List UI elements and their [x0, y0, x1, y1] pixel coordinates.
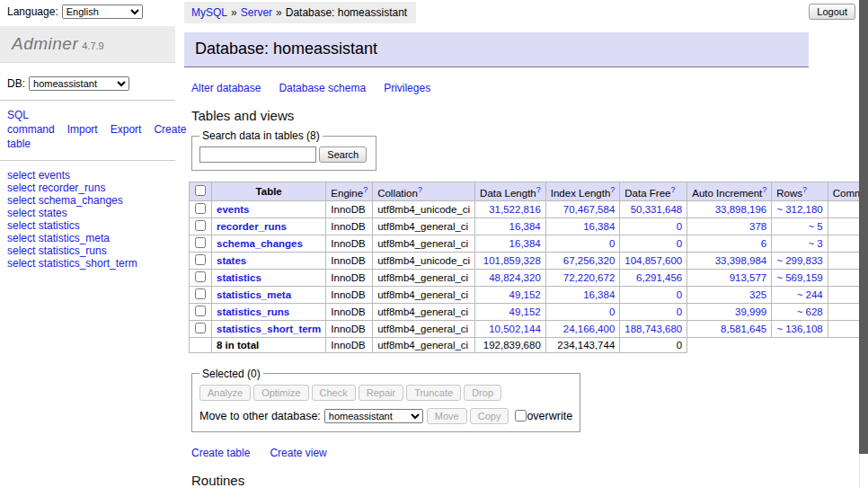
- help-icon[interactable]: ?: [670, 185, 675, 194]
- cell-data-length-link[interactable]: 31,522,816: [489, 204, 541, 215]
- cell-data-free-link[interactable]: 188,743,680: [624, 324, 682, 334]
- copy-button[interactable]: Copy: [470, 408, 509, 424]
- breadcrumb-mysql[interactable]: MySQL: [191, 6, 227, 19]
- optimize-button[interactable]: Optimize: [253, 385, 308, 401]
- sidebar-select-schema-changes[interactable]: select schema_changes: [7, 194, 123, 207]
- sidebar-select-events[interactable]: select events: [7, 169, 70, 182]
- check-button[interactable]: Check: [312, 385, 356, 401]
- cell-index-length-link[interactable]: 0: [609, 238, 615, 249]
- cell-data-free-link[interactable]: 0: [677, 221, 682, 232]
- table-link-statistics[interactable]: statistics: [217, 272, 261, 283]
- create-table-link[interactable]: Create table: [191, 447, 250, 459]
- logout-button[interactable]: Logout: [809, 4, 855, 20]
- sidebar-select-statistics-short-term[interactable]: select statistics_short_term: [7, 257, 137, 270]
- sidebar-select-statistics-runs[interactable]: select statistics_runs: [7, 244, 107, 257]
- cell-rows-link[interactable]: ~ 136,108: [776, 324, 822, 334]
- drop-button[interactable]: Drop: [464, 385, 501, 401]
- help-icon[interactable]: ?: [363, 185, 368, 194]
- cell-data-free-link[interactable]: 0: [677, 306, 682, 317]
- sidebar-action-export[interactable]: Export: [111, 123, 142, 136]
- search-input[interactable]: [199, 146, 316, 163]
- table-link-statistics-short-term[interactable]: statistics_short_term: [217, 324, 321, 334]
- cell-rows-link[interactable]: ~ 5: [808, 221, 822, 232]
- cell-data-length-link[interactable]: 48,824,320: [489, 272, 541, 283]
- cell-index-length-link[interactable]: 72,220,672: [563, 272, 616, 283]
- sidebar-action-import[interactable]: Import: [67, 123, 98, 136]
- row-checkbox-statistics[interactable]: [195, 271, 206, 282]
- cell-data-length-link[interactable]: 10,502,144: [489, 324, 541, 334]
- cell-data-length-link[interactable]: 49,152: [509, 289, 541, 300]
- help-icon[interactable]: ?: [610, 185, 615, 194]
- cell-data-free-link[interactable]: 50,331,648: [631, 204, 683, 215]
- cell-data-free-link[interactable]: 6,291,456: [636, 272, 682, 283]
- create-view-link[interactable]: Create view: [270, 447, 326, 459]
- cell-rows-link[interactable]: ~ 569,159: [776, 272, 822, 283]
- help-icon[interactable]: ?: [418, 185, 422, 194]
- analyze-button[interactable]: Analyze: [199, 385, 251, 401]
- cell-data-free-link[interactable]: 0: [677, 289, 682, 300]
- move-db-select[interactable]: homeassistant: [324, 409, 423, 423]
- cell-rows-link[interactable]: ~ 244: [797, 289, 823, 300]
- row-checkbox-recorder-runs[interactable]: [195, 220, 206, 231]
- help-icon[interactable]: ?: [802, 185, 807, 194]
- cell-data-free-link[interactable]: 0: [677, 238, 682, 249]
- db-select[interactable]: homeassistant: [29, 76, 129, 91]
- cell-rows-link[interactable]: ~ 628: [797, 306, 823, 317]
- overwrite-checkbox[interactable]: [515, 410, 527, 421]
- sidebar-select-statistics[interactable]: select statistics: [7, 219, 80, 232]
- move-button[interactable]: Move: [427, 408, 467, 424]
- cell-rows-link[interactable]: ~ 312,180: [776, 204, 822, 215]
- truncate-button[interactable]: Truncate: [406, 385, 461, 401]
- nav-link-database-schema[interactable]: Database schema: [279, 82, 366, 94]
- cell-auto-increment-link[interactable]: 33,398,984: [715, 255, 767, 266]
- cell-data-length-link[interactable]: 16,384: [509, 221, 541, 232]
- nav-link-alter-database[interactable]: Alter database: [191, 82, 261, 94]
- select-all-checkbox[interactable]: [195, 185, 206, 196]
- table-link-statistics-meta[interactable]: statistics_meta: [217, 289, 291, 300]
- row-checkbox-schema-changes[interactable]: [195, 237, 206, 248]
- cell-index-length-link[interactable]: 70,467,584: [563, 204, 616, 215]
- cell-index-length-link[interactable]: 0: [609, 306, 615, 317]
- cell-auto-increment-link[interactable]: 33,898,196: [715, 204, 767, 215]
- table-link-events[interactable]: events: [217, 204, 249, 215]
- cell-auto-increment-link[interactable]: 325: [749, 289, 766, 300]
- cell-rows-link[interactable]: ~ 3: [808, 238, 822, 249]
- cell-data-free-link[interactable]: 104,857,600: [624, 255, 682, 266]
- cell-auto-increment-link[interactable]: 913,577: [730, 272, 767, 283]
- cell-auto-increment-link[interactable]: 6: [761, 238, 766, 249]
- cell-index-length-link[interactable]: 16,384: [583, 221, 615, 232]
- cell-auto-increment-link[interactable]: 39,999: [735, 306, 766, 317]
- table-link-states[interactable]: states: [217, 255, 246, 266]
- cell-data-length-link[interactable]: 101,859,328: [483, 255, 541, 266]
- sidebar-action-sql-command[interactable]: SQL command: [7, 109, 55, 136]
- help-icon[interactable]: ?: [762, 185, 766, 194]
- nav-link-privileges[interactable]: Privileges: [384, 82, 430, 94]
- table-link-recorder-runs[interactable]: recorder_runs: [217, 221, 287, 232]
- help-icon[interactable]: ?: [536, 185, 541, 194]
- cell-index-length-link[interactable]: 67,256,320: [563, 255, 616, 266]
- sidebar-select-statistics-meta[interactable]: select statistics_meta: [7, 232, 110, 244]
- language-select[interactable]: English: [62, 4, 143, 19]
- row-checkbox-statistics-meta[interactable]: [195, 288, 206, 299]
- row-checkbox-events[interactable]: [195, 203, 206, 214]
- breadcrumb-server[interactable]: Server: [241, 6, 272, 19]
- cell-index-length-link[interactable]: 16,384: [583, 289, 615, 300]
- row-checkbox-statistics-runs[interactable]: [195, 306, 206, 316]
- sidebar-select-states[interactable]: select states: [7, 207, 67, 219]
- table-link-schema-changes[interactable]: schema_changes: [217, 238, 303, 249]
- scrollbar-thumb[interactable]: [859, 0, 868, 454]
- row-checkbox-statistics-short-term[interactable]: [195, 323, 206, 333]
- cell-auto-increment-link[interactable]: 8,581,645: [721, 324, 766, 334]
- cell-data-length-link[interactable]: 16,384: [509, 238, 541, 249]
- cell-data-length-link[interactable]: 49,152: [509, 306, 541, 317]
- search-button[interactable]: Search: [319, 146, 367, 163]
- sidebar-select-recorder-runs[interactable]: select recorder_runs: [7, 182, 105, 194]
- cell-auto-increment-link[interactable]: 378: [749, 221, 766, 232]
- cell-rows-link[interactable]: ~ 299,833: [776, 255, 822, 266]
- row-checkbox-states[interactable]: [195, 254, 206, 265]
- repair-button[interactable]: Repair: [359, 385, 403, 401]
- table-link-statistics-runs[interactable]: statistics_runs: [217, 306, 289, 317]
- overwrite-label[interactable]: overwrite: [527, 410, 572, 422]
- cell-index-length-link[interactable]: 24,166,400: [563, 324, 616, 334]
- scrollbar-track[interactable]: [859, 0, 868, 488]
